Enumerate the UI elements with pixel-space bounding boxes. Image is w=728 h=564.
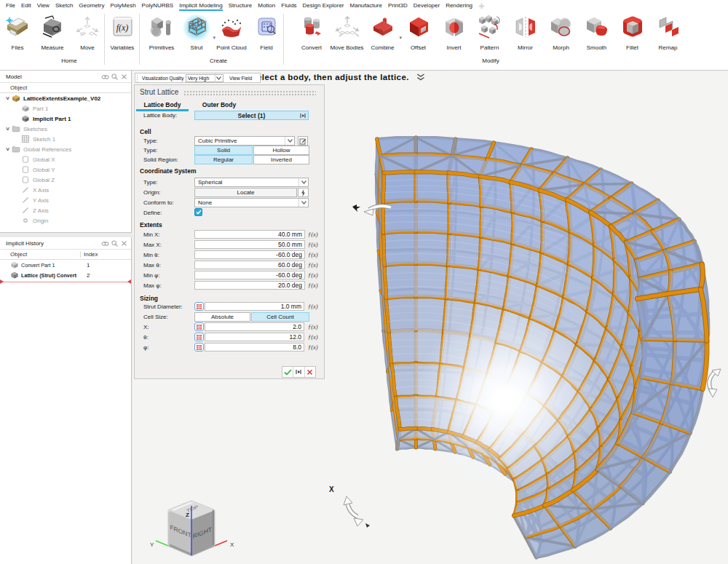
- tree-row-global-references[interactable]: ∨ Global References: [0, 144, 131, 154]
- extent-field-5[interactable]: [194, 281, 305, 290]
- close-icon[interactable]: [120, 239, 128, 247]
- menu-edit[interactable]: Edit: [21, 1, 31, 11]
- rotate-x-manipulator[interactable]: [344, 496, 370, 528]
- menu-sketch[interactable]: Sketch: [55, 1, 73, 11]
- apply-button[interactable]: [282, 367, 293, 377]
- fx-expression-icon[interactable]: ƒ(x): [308, 282, 318, 289]
- strut-diameter-table-button[interactable]: [194, 302, 204, 311]
- tree-row-part-1[interactable]: Part 1: [0, 103, 131, 114]
- view-field-button[interactable]: View Field: [229, 75, 252, 82]
- tool-field[interactable]: Field: [249, 12, 284, 51]
- fx-expression-icon[interactable]: ƒ(x): [308, 241, 318, 248]
- next-button[interactable]: [293, 367, 304, 377]
- tree-row-global-x[interactable]: Global X: [0, 154, 131, 164]
- menu-geometry[interactable]: Geometry: [79, 1, 104, 11]
- menu-implicit-modeling[interactable]: Implicit Modeling: [179, 1, 223, 11]
- count-field-0[interactable]: [205, 322, 304, 331]
- history-current-marker[interactable]: [0, 281, 131, 283]
- tab-lattice-body[interactable]: Lattice Body: [136, 101, 189, 108]
- tree-row-origin[interactable]: Origin: [0, 215, 131, 226]
- tool-convert[interactable]: Convert: [294, 12, 329, 51]
- define-checkbox[interactable]: [194, 208, 202, 216]
- tool-files[interactable]: Files: [0, 12, 35, 51]
- menu-motion[interactable]: Motion: [258, 1, 275, 11]
- tool-remap[interactable]: Remap: [650, 12, 686, 51]
- tree-row-y-axis[interactable]: Y Axis: [0, 195, 131, 205]
- view-cube[interactable]: TOP FRONT RIGHT Y X Z: [146, 499, 262, 564]
- regular-button[interactable]: Regular: [194, 155, 253, 164]
- fx-expression-icon[interactable]: ƒ(x): [308, 231, 318, 238]
- dialog-drag-grip[interactable]: [183, 90, 316, 97]
- search-icon[interactable]: [111, 73, 119, 81]
- toolbar-grip[interactable]: [136, 74, 139, 82]
- solid-button[interactable]: Solid: [194, 146, 253, 155]
- viewport-3d[interactable]: X Select a body, then adjust the lattice…: [132, 71, 728, 564]
- extent-field-3[interactable]: [194, 261, 305, 269]
- history-column-object[interactable]: Object: [0, 251, 80, 258]
- fx-expression-icon[interactable]: ƒ(x): [308, 303, 318, 310]
- menu-overflow-plus-icon[interactable]: [478, 3, 485, 9]
- collapse-caret-icon[interactable]: ∨: [2, 146, 12, 152]
- menu-manufacture[interactable]: Manufacture: [350, 1, 382, 11]
- tool-move[interactable]: Move: [70, 12, 105, 51]
- menu-file[interactable]: File: [6, 1, 15, 11]
- rotate-phi-manipulator[interactable]: [708, 369, 721, 397]
- tool-primitives[interactable]: Primitives: [144, 12, 179, 51]
- tool-invert[interactable]: Invert: [436, 12, 472, 51]
- tab-outer-body[interactable]: Outer Body: [197, 101, 241, 108]
- find-icon[interactable]: [101, 239, 109, 247]
- tree-row-latticeextentsexample-v02[interactable]: ∨ LatticeExtentsExample_V02: [0, 93, 131, 103]
- tree-row-implicit-part-1[interactable]: Implicit Part 1: [0, 114, 131, 124]
- count-field-2[interactable]: [205, 343, 304, 351]
- menu-polymesh[interactable]: PolyMesh: [110, 1, 135, 11]
- tree-row-sketches[interactable]: ∨ Sketches: [0, 124, 131, 134]
- hollow-button[interactable]: Hollow: [253, 146, 309, 155]
- strut-diameter-field[interactable]: [205, 302, 304, 311]
- cell-type-select[interactable]: Cubic Primitive: [194, 136, 295, 146]
- extent-field-1[interactable]: [194, 240, 305, 249]
- tree-row-z-axis[interactable]: Z Axis: [0, 205, 131, 215]
- inverted-button[interactable]: Inverted: [253, 155, 309, 164]
- edit-cell-type-button[interactable]: [298, 136, 308, 146]
- absolute-button[interactable]: Absolute: [194, 312, 250, 322]
- fx-expression-icon[interactable]: ƒ(x): [308, 343, 318, 351]
- tool-combine[interactable]: Combine ▾: [365, 12, 400, 51]
- tool-offset[interactable]: Offset: [400, 12, 436, 51]
- tree-row-global-y[interactable]: Global Y: [0, 164, 131, 175]
- menu-fluids[interactable]: Fluids: [281, 1, 296, 11]
- model-column-object[interactable]: Object: [0, 84, 131, 91]
- history-column-index[interactable]: Index: [80, 251, 131, 258]
- menu-design-explorer[interactable]: Design Explorer: [303, 1, 344, 11]
- count-table-button[interactable]: [194, 322, 204, 331]
- fx-expression-icon[interactable]: ƒ(x): [308, 251, 318, 258]
- menu-polynurbs[interactable]: PolyNURBS: [142, 1, 174, 11]
- menu-print3d[interactable]: Print3D: [388, 1, 408, 11]
- menu-structure[interactable]: Structure: [229, 1, 252, 11]
- tree-row-sketch-1[interactable]: Sketch 1: [0, 134, 131, 144]
- tool-fillet[interactable]: Fillet: [614, 12, 650, 51]
- find-icon[interactable]: [101, 73, 109, 81]
- tool-point-cloud[interactable]: Point Cloud: [214, 12, 249, 51]
- tool-variables[interactable]: f(x) Variables: [105, 12, 140, 51]
- close-icon[interactable]: [120, 73, 128, 81]
- count-table-button[interactable]: [194, 343, 204, 351]
- conform-select[interactable]: None: [194, 198, 309, 207]
- lattice-body-select-button[interactable]: Select (1): [194, 111, 309, 120]
- coord-type-select[interactable]: Spherical: [194, 178, 309, 187]
- menu-view[interactable]: View: [37, 1, 50, 11]
- tool-pattern[interactable]: Pattern: [472, 12, 507, 51]
- fx-expression-icon[interactable]: ƒ(x): [308, 261, 318, 269]
- tool-smooth[interactable]: Smooth: [579, 12, 614, 51]
- count-field-1[interactable]: [205, 333, 304, 341]
- tree-row-x-axis[interactable]: X Axis: [0, 185, 131, 195]
- count-table-button[interactable]: [194, 333, 204, 341]
- menu-developer[interactable]: Developer: [414, 1, 440, 11]
- tool-measure[interactable]: Measure: [35, 12, 70, 51]
- history-row-2[interactable]: Lattice (Strut) Converte… 2: [0, 270, 131, 280]
- origin-quick-button[interactable]: [298, 188, 309, 197]
- fx-expression-icon[interactable]: ƒ(x): [308, 323, 318, 330]
- visualization-quality-select[interactable]: Very High: [186, 74, 223, 82]
- menu-rendering[interactable]: Rendering: [446, 1, 472, 11]
- tree-row-global-z[interactable]: Global Z: [0, 175, 131, 185]
- tool-move-bodies[interactable]: Move Bodies: [329, 12, 365, 51]
